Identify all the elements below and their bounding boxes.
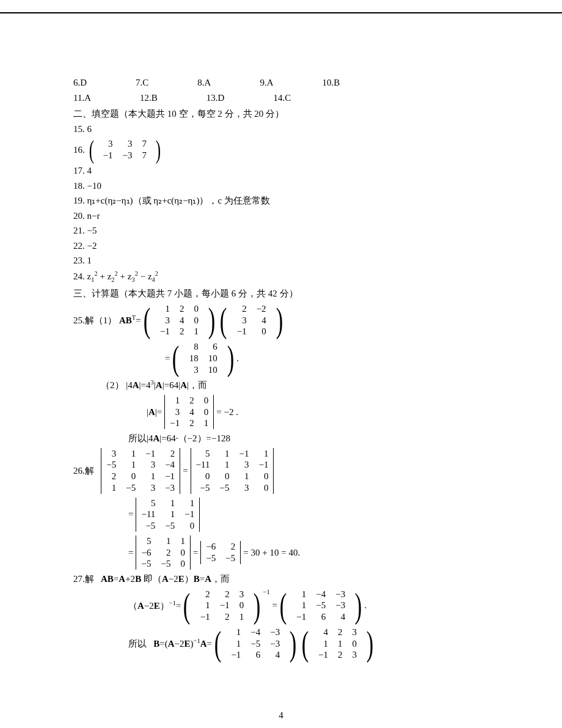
q25-abt: ABT=: [119, 313, 141, 328]
ans-9: 9.A: [260, 76, 273, 90]
equals: =: [183, 464, 188, 478]
q16-label: 16.: [73, 143, 85, 157]
q27-m4: ( 423110−123 ): [299, 625, 376, 662]
q25-detA-val: = −2 .: [216, 405, 238, 419]
q15: 15. 6: [73, 122, 495, 136]
q27-line1: 27.解 AB=A+2B 即（A−2E）B=A，而: [73, 572, 495, 586]
section-2-heading: 二、填空题（本大题共 10 空，每空 2 分，共 20 分）: [73, 107, 495, 121]
q25-m2: ( 2−234−10 ): [217, 302, 285, 339]
mc-row-1: 6.D 7.C 8.A 9.A 10.B: [73, 76, 495, 90]
q22: 22. −2: [73, 239, 495, 253]
q27-m1: ( 2231−10−121 ): [181, 587, 263, 624]
q25-part2-text1: |4A|=43|A|=64|A|，而: [126, 380, 207, 390]
q26-line2: = 511 −111−1 −5−50: [73, 496, 495, 533]
q27-inv-label: （A−2E）−1=: [128, 598, 181, 613]
q27-m3: ( 1−4−31−5−3−164 ): [212, 625, 299, 662]
q26-d2: 51−11 −1113−1 0010 −5−530: [191, 448, 274, 494]
ans-8: 8.A: [197, 76, 211, 90]
q27-m2: ( 1−4−31−5−3−164 ): [277, 587, 365, 624]
q19: 19. η₁+c(η₂−η₁)（或 η₂+c(η₂−η₁)），c 为任意常数: [73, 194, 495, 208]
q25-label: 25.解（1）: [73, 314, 117, 328]
q27-line2: （A−2E）−1= ( 2231−10−121 ) −1 = ( 1−4−31−…: [73, 587, 495, 624]
q24: 24. z12 + z22 + z32 − z42: [73, 269, 495, 285]
q26-label: 26.解: [73, 464, 94, 478]
q25-part1-line2: = ( 861810310 ) .: [73, 340, 495, 377]
ans-10: 10.B: [323, 76, 340, 90]
q23: 23. 1: [73, 254, 495, 268]
q26-line3: = 511 −620 −5−50 = −62 −5−5 = 30 + 10 = …: [73, 534, 495, 571]
mc-row-2: 11.A 12.B 13.D 14.C: [73, 91, 495, 105]
ans-12: 12.B: [140, 91, 158, 105]
q18: 18. −10: [73, 179, 495, 193]
period: .: [236, 351, 239, 366]
section-3-heading: 三、计算题（本大题共 7 小题，每小题 6 分，共 42 分）: [73, 287, 495, 301]
q20: 20. n−r: [73, 209, 495, 223]
q27-label: 27.解: [73, 574, 94, 584]
q25-detA: 120340−121: [164, 395, 214, 429]
period: .: [365, 598, 367, 612]
inverse-sup: −1: [263, 587, 270, 597]
q16-matrix: ( 337−1−37 ): [87, 137, 162, 163]
page: 6.D 7.C 8.A 9.A 10.B 11.A 12.B 13.D 14.C…: [0, 12, 562, 728]
ans-6: 6.D: [73, 76, 87, 90]
q26-d4: 511 −620 −5−50: [136, 535, 190, 570]
equals: =: [272, 598, 277, 612]
ans-14: 14.C: [273, 91, 291, 105]
q25-part2-det: |A|= 120340−121 = −2 .: [73, 394, 495, 430]
q26-line1: 26.解 31−12 −513−4 201−1 1−53−3 = 51−11 −…: [73, 447, 495, 495]
page-number: 4: [0, 708, 562, 722]
equals: =: [128, 546, 133, 560]
q25-m3: ( 861810310 ): [170, 340, 236, 377]
equals: =: [193, 546, 198, 560]
q26-result: = 30 + 10 = 40.: [243, 546, 300, 560]
equals: =: [128, 507, 133, 521]
q26-d1: 31−12 −513−4 201−1 1−53−3: [101, 448, 180, 494]
q21: 21. −5: [73, 224, 495, 238]
q17: 17. 4: [73, 164, 495, 178]
q26-d3: 511 −111−1 −5−50: [136, 498, 200, 532]
ans-7: 7.C: [136, 76, 148, 90]
q25-detA-label: |A|=: [147, 405, 162, 419]
q24-expr: z12 + z22 + z32 − z42: [87, 271, 159, 281]
q25-m1: ( 120340−121 ): [141, 302, 218, 339]
q25-result-text: 所以|4A|=64·（−2）=−128: [128, 433, 230, 443]
equals: =: [165, 351, 170, 366]
ans-11: 11.A: [73, 91, 91, 105]
q25-part2-result: 所以|4A|=64·（−2）=−128: [73, 432, 495, 446]
q25-part2-label: （2）: [101, 380, 124, 390]
ans-13: 13.D: [206, 91, 225, 105]
q25-part1-line1: 25.解（1） ABT= ( 120340−121 ) ( 2−234−10 ): [73, 302, 495, 339]
q16: 16. ( 337−1−37 ): [73, 137, 495, 163]
q26-d5: −62 −5−5: [200, 541, 241, 564]
q27-eq-text: AB=A+2B 即（A−2E）B=A，而: [101, 574, 230, 584]
q25-part2-line1: （2） |4A|=43|A|=64|A|，而: [73, 378, 495, 392]
q24-label: 24.: [73, 271, 87, 281]
q27-line3: 所以 B=(A−2E)−1A= ( 1−4−31−5−3−164 ) ( 423…: [73, 625, 495, 662]
q27-line3-pre: 所以 B=(A−2E)−1A=: [128, 636, 212, 651]
